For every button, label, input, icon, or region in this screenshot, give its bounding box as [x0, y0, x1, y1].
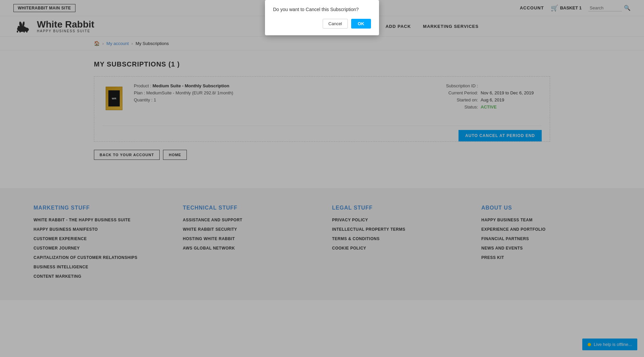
modal-ok-button[interactable]: OK [351, 19, 371, 29]
modal-cancel-button[interactable]: Cancel [323, 19, 347, 29]
cancel-subscription-modal: Do you want to Cancel this Subscription?… [265, 0, 379, 35]
modal-overlay: Do you want to Cancel this Subscription?… [0, 0, 644, 300]
modal-message: Do you want to Cancel this Subscription? [273, 7, 371, 12]
modal-buttons: Cancel OK [273, 19, 371, 29]
